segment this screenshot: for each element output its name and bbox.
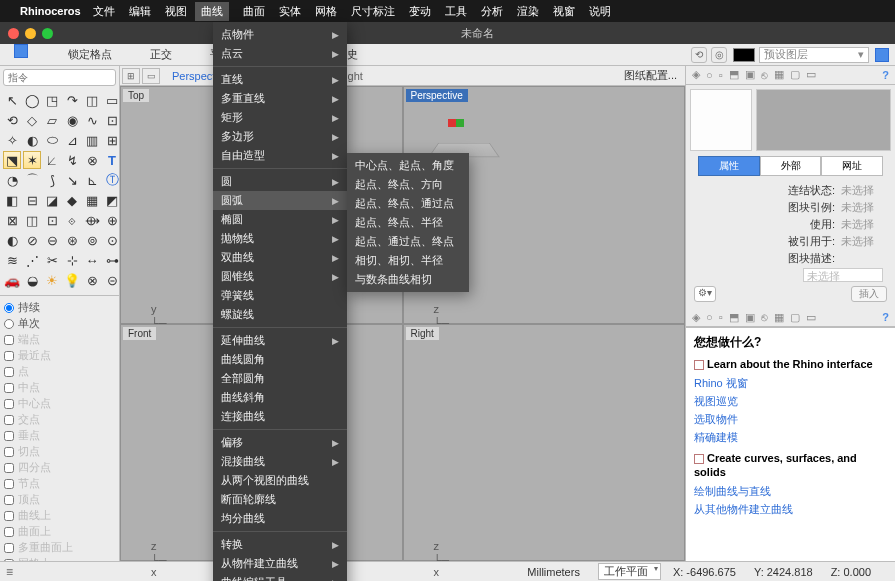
- snap-single[interactable]: 单次: [4, 316, 115, 331]
- mi-from2views[interactable]: 从两个视图的曲线: [213, 471, 347, 490]
- smi-spe[interactable]: 起点、通过点、终点: [347, 232, 469, 251]
- mi-chamfer[interactable]: 曲线斜角: [213, 388, 347, 407]
- t2e[interactable]: ∿: [83, 111, 101, 129]
- t5a[interactable]: ◔: [3, 171, 21, 189]
- t3c[interactable]: ⬭: [43, 131, 61, 149]
- t9f[interactable]: ⊶: [103, 251, 121, 269]
- snap-cen[interactable]: 中心点: [4, 396, 115, 411]
- t5b[interactable]: ⌒: [23, 171, 41, 189]
- seg-external[interactable]: 外部: [760, 156, 822, 176]
- status-units[interactable]: Millimeters: [527, 566, 580, 578]
- tab-link-icon[interactable]: ⎋: [761, 69, 768, 81]
- t10d[interactable]: 💡: [63, 271, 81, 289]
- preview-thumb[interactable]: [756, 89, 891, 151]
- t9c[interactable]: ✂: [43, 251, 61, 269]
- t4b[interactable]: ✶: [23, 151, 41, 169]
- viewport-persp-label[interactable]: Perspective: [406, 89, 468, 102]
- t3a[interactable]: ✧: [3, 131, 21, 149]
- b-display-icon[interactable]: ▫: [719, 311, 723, 323]
- mi-fillet[interactable]: 曲线圆角: [213, 350, 347, 369]
- t9b[interactable]: ⋰: [23, 251, 41, 269]
- layout-single-icon[interactable]: ▭: [142, 68, 160, 84]
- btn-gridlock[interactable]: 锁定格点: [58, 47, 122, 62]
- snap-cont[interactable]: 持续: [4, 300, 115, 315]
- t6f[interactable]: ◩: [103, 191, 121, 209]
- t6a[interactable]: ◧: [3, 191, 21, 209]
- link-curves-from[interactable]: 从其他物件建立曲线: [694, 502, 887, 517]
- menu-help[interactable]: 说明: [589, 4, 611, 19]
- snap-onsrf[interactable]: 曲面上: [4, 524, 115, 539]
- t7c[interactable]: ⊡: [43, 211, 61, 229]
- smi-csa[interactable]: 中心点、起点、角度: [347, 156, 469, 175]
- material-thumb[interactable]: [690, 89, 752, 151]
- smi-sep[interactable]: 起点、终点、通过点: [347, 194, 469, 213]
- menu-solid[interactable]: 实体: [279, 4, 301, 19]
- t8c[interactable]: ⊖: [43, 231, 61, 249]
- mi-helix[interactable]: 螺旋线: [213, 305, 347, 324]
- mi-ellipse[interactable]: 椭圆▶: [213, 210, 347, 229]
- t2a[interactable]: ⟲: [3, 111, 21, 129]
- t8f[interactable]: ⊙: [103, 231, 121, 249]
- help-icon[interactable]: ?: [882, 69, 889, 81]
- t4e[interactable]: ⊗: [83, 151, 101, 169]
- mi-divide[interactable]: 均分曲线: [213, 509, 347, 528]
- tab-camera-icon[interactable]: ▣: [745, 68, 755, 81]
- t7b[interactable]: ◫: [23, 211, 41, 229]
- mi-filletall[interactable]: 全部圆角: [213, 369, 347, 388]
- gumball-icon[interactable]: ⟲: [691, 47, 707, 63]
- t10b[interactable]: ◒: [23, 271, 41, 289]
- link-accurate[interactable]: 精确建模: [694, 430, 887, 445]
- tab-box-icon[interactable]: ▢: [790, 68, 800, 81]
- snap-pt[interactable]: 点: [4, 364, 115, 379]
- b-grid-icon[interactable]: ▦: [774, 311, 784, 324]
- mi-polygon[interactable]: 多边形▶: [213, 127, 347, 146]
- tool-zoom[interactable]: ◫: [83, 91, 101, 109]
- t6b[interactable]: ⊟: [23, 191, 41, 209]
- status-menu-icon[interactable]: ≡: [6, 565, 13, 579]
- mi-point[interactable]: 点物件▶: [213, 25, 347, 44]
- link-draw-curves[interactable]: 绘制曲线与直线: [694, 484, 887, 499]
- link-rhino-window[interactable]: Rhino 视窗: [694, 376, 887, 391]
- t5e[interactable]: ⊾: [83, 171, 101, 189]
- t8a[interactable]: ◐: [3, 231, 21, 249]
- t9e[interactable]: ↔: [83, 251, 101, 269]
- t3e[interactable]: ▥: [83, 131, 101, 149]
- mi-connect[interactable]: 连接曲线: [213, 407, 347, 426]
- tool-cplane[interactable]: ◳: [43, 91, 61, 109]
- seg-url[interactable]: 网址: [821, 156, 883, 176]
- t5f[interactable]: Ⓣ: [103, 171, 121, 189]
- snap-oncrv[interactable]: 曲线上: [4, 508, 115, 523]
- viewport-front-label[interactable]: Front: [123, 327, 156, 340]
- t2c[interactable]: ▱: [43, 111, 61, 129]
- t9d[interactable]: ⊹: [63, 251, 81, 269]
- link-select[interactable]: 选取物件: [694, 412, 887, 427]
- smi-ser[interactable]: 起点、终点、半径: [347, 213, 469, 232]
- mi-blend[interactable]: 混接曲线▶: [213, 452, 347, 471]
- menu-edit[interactable]: 编辑: [129, 4, 151, 19]
- t4c[interactable]: ⟀: [43, 151, 61, 169]
- t10f[interactable]: ⊝: [103, 271, 121, 289]
- viewport-right-label[interactable]: Right: [406, 327, 439, 340]
- close-icon[interactable]: [8, 28, 19, 39]
- smi-tanc[interactable]: 与数条曲线相切: [347, 270, 469, 289]
- mi-fromobj[interactable]: 从物件建立曲线▶: [213, 554, 347, 573]
- mi-circle[interactable]: 圆▶: [213, 172, 347, 191]
- tab-props-icon[interactable]: ○: [706, 69, 713, 81]
- t8d[interactable]: ⊛: [63, 231, 81, 249]
- b-props-icon[interactable]: ○: [706, 311, 713, 323]
- t2b[interactable]: ◇: [23, 111, 41, 129]
- menu-panels[interactable]: 视窗: [553, 4, 575, 19]
- b-camera-icon[interactable]: ▣: [745, 311, 755, 324]
- mi-hyperbola[interactable]: 双曲线▶: [213, 248, 347, 267]
- tab-display-icon[interactable]: ▫: [719, 69, 723, 81]
- menu-analyze[interactable]: 分析: [481, 4, 503, 19]
- t2f[interactable]: ⊡: [103, 111, 121, 129]
- menu-curve[interactable]: 曲线: [195, 2, 229, 21]
- t7e[interactable]: ⟴: [83, 211, 101, 229]
- snap-perp[interactable]: 垂点: [4, 428, 115, 443]
- t6d[interactable]: ◆: [63, 191, 81, 209]
- snap-end[interactable]: 端点: [4, 332, 115, 347]
- layer-color-swatch[interactable]: [733, 48, 755, 62]
- t10c[interactable]: ☀: [43, 271, 61, 289]
- mi-freeform[interactable]: 自由造型▶: [213, 146, 347, 165]
